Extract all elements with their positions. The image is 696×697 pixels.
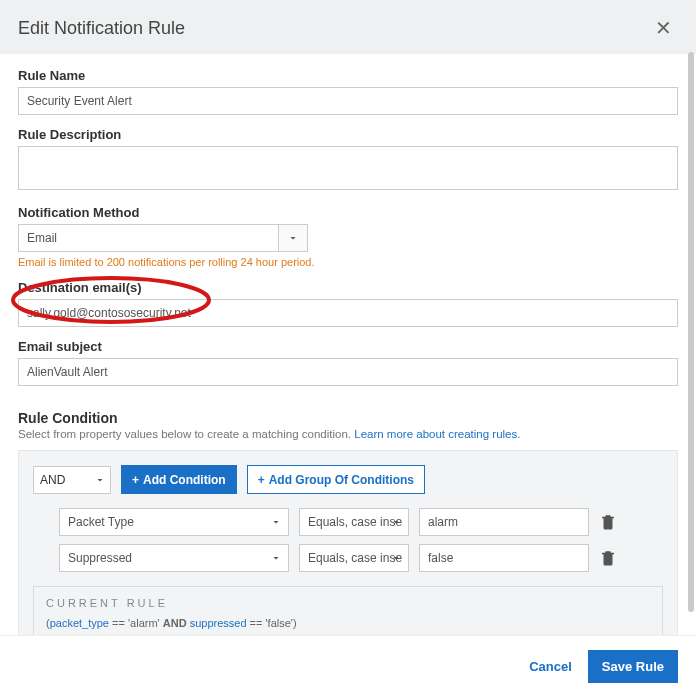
chevron-down-icon[interactable] xyxy=(278,224,308,252)
notification-method-select[interactable] xyxy=(18,224,308,252)
current-rule-expression: (packet_type == 'alarm' AND suppressed =… xyxy=(46,617,650,629)
rule-condition-subtitle-text: Select from property values below to cre… xyxy=(18,428,354,440)
modal-title: Edit Notification Rule xyxy=(18,18,185,39)
current-rule-label: CURRENT RULE xyxy=(46,597,650,609)
notification-method-hint: Email is limited to 200 notifications pe… xyxy=(18,256,678,268)
notification-method-value[interactable] xyxy=(18,224,308,252)
chevron-down-icon xyxy=(390,516,402,528)
notification-method-label: Notification Method xyxy=(18,205,678,220)
edit-notification-rule-modal: Edit Notification Rule ✕ Rule Name Rule … xyxy=(0,0,696,697)
condition-operator-select[interactable]: Equals, case inse xyxy=(299,544,409,572)
email-subject-label: Email subject xyxy=(18,339,678,354)
group-operator-value: AND xyxy=(40,473,65,487)
rule-description-group: Rule Description xyxy=(18,127,678,193)
trash-icon[interactable] xyxy=(599,513,617,531)
email-subject-input[interactable] xyxy=(18,358,678,386)
chevron-down-icon xyxy=(270,552,282,564)
expr-prop: suppressed xyxy=(190,617,247,629)
destination-emails-input[interactable] xyxy=(18,299,678,327)
destination-emails-group: Destination email(s) xyxy=(18,280,678,327)
chevron-down-icon xyxy=(270,516,282,528)
condition-value-input[interactable] xyxy=(419,508,589,536)
group-operator-select[interactable]: AND xyxy=(33,466,111,494)
add-group-label: Add Group Of Conditions xyxy=(269,473,414,487)
close-icon[interactable]: ✕ xyxy=(649,14,678,42)
save-rule-button[interactable]: Save Rule xyxy=(588,650,678,683)
notification-method-group: Notification Method Email is limited to … xyxy=(18,205,678,268)
condition-value-input[interactable] xyxy=(419,544,589,572)
expr-val: 'false' xyxy=(266,617,293,629)
modal-header: Edit Notification Rule ✕ xyxy=(0,0,696,54)
modal-footer: Cancel Save Rule xyxy=(0,635,696,697)
condition-operator-select[interactable]: Equals, case inse xyxy=(299,508,409,536)
add-group-button[interactable]: + Add Group Of Conditions xyxy=(247,465,425,494)
destination-emails-label: Destination email(s) xyxy=(18,280,678,295)
rule-condition-panel: AND + Add Condition + Add Group Of Condi… xyxy=(18,450,678,635)
rule-name-input[interactable] xyxy=(18,87,678,115)
rule-condition-section: Rule Condition Select from property valu… xyxy=(18,410,678,635)
email-subject-group: Email subject xyxy=(18,339,678,386)
condition-property-value: Packet Type xyxy=(68,515,134,529)
condition-operator-value: Equals, case inse xyxy=(308,551,402,565)
condition-row: Suppressed Equals, case inse xyxy=(33,544,663,572)
add-condition-label: Add Condition xyxy=(143,473,226,487)
chevron-down-icon xyxy=(390,552,402,564)
trash-icon[interactable] xyxy=(599,549,617,567)
condition-operator-value: Equals, case inse xyxy=(308,515,402,529)
rule-description-input[interactable] xyxy=(18,146,678,190)
condition-property-value: Suppressed xyxy=(68,551,132,565)
condition-toolbar: AND + Add Condition + Add Group Of Condi… xyxy=(33,465,663,494)
expr-prop: packet_type xyxy=(50,617,109,629)
expr-val: 'alarm' xyxy=(128,617,160,629)
modal-body: Rule Name Rule Description Notification … xyxy=(0,54,696,635)
rule-condition-title: Rule Condition xyxy=(18,410,678,426)
add-condition-button[interactable]: + Add Condition xyxy=(121,465,237,494)
learn-more-link[interactable]: Learn more about creating rules. xyxy=(354,428,520,440)
expr-op: AND xyxy=(163,617,187,629)
plus-icon: + xyxy=(258,473,265,487)
condition-property-select[interactable]: Suppressed xyxy=(59,544,289,572)
chevron-down-icon xyxy=(94,474,106,486)
condition-property-select[interactable]: Packet Type xyxy=(59,508,289,536)
rule-condition-subtitle: Select from property values below to cre… xyxy=(18,428,678,440)
cancel-button[interactable]: Cancel xyxy=(529,659,572,674)
current-rule-box: CURRENT RULE (packet_type == 'alarm' AND… xyxy=(33,586,663,635)
plus-icon: + xyxy=(132,473,139,487)
condition-row: Packet Type Equals, case inse xyxy=(33,508,663,536)
rule-name-group: Rule Name xyxy=(18,68,678,115)
rule-name-label: Rule Name xyxy=(18,68,678,83)
rule-description-label: Rule Description xyxy=(18,127,678,142)
